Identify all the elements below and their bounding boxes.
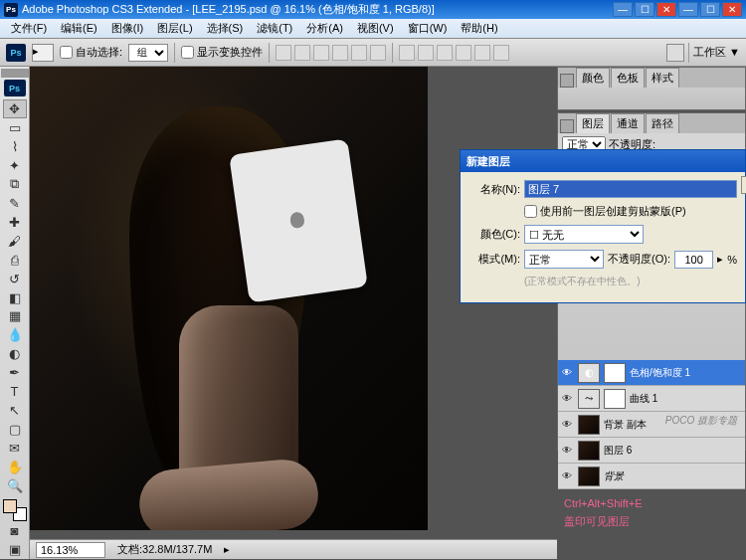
lasso-tool[interactable]: ⌇ — [3, 137, 27, 156]
mask-thumb[interactable] — [604, 363, 626, 383]
screenmode-tool[interactable]: ▣ — [3, 540, 27, 559]
layer-name[interactable]: 色相/饱和度 1 — [630, 366, 743, 380]
stamp-tool[interactable]: ⎙ — [3, 251, 27, 270]
ok-button[interactable] — [741, 176, 746, 194]
zoom-field[interactable]: 16.13% — [36, 542, 105, 558]
tab-channels[interactable]: 通道 — [611, 113, 645, 133]
color-swatches[interactable] — [3, 499, 27, 522]
menu-layer[interactable]: 图层(L) — [150, 19, 199, 38]
menubar: 文件(F) 编辑(E) 图像(I) 图层(L) 选择(S) 滤镜(T) 分析(A… — [0, 19, 746, 39]
align-icon[interactable] — [294, 45, 310, 61]
distribute-icon[interactable] — [474, 45, 490, 61]
mask-thumb[interactable] — [604, 389, 626, 409]
maximize-button[interactable]: ☐ — [635, 2, 654, 17]
menu-image[interactable]: 图像(I) — [104, 19, 150, 38]
clip-checkbox[interactable]: 使用前一图层创建剪贴蒙版(P) — [524, 204, 686, 219]
layer-thumb[interactable] — [578, 415, 600, 435]
minimize-button[interactable]: — — [613, 2, 633, 17]
pct-label: % — [727, 254, 737, 266]
menu-file[interactable]: 文件(F) — [4, 19, 54, 38]
workspace-dropdown[interactable]: 工作区 ▼ — [693, 45, 740, 60]
visibility-icon[interactable]: 👁 — [560, 469, 574, 483]
panel-collapse-icon[interactable] — [560, 74, 574, 88]
align-icon[interactable] — [276, 45, 291, 61]
align-icon[interactable] — [313, 45, 329, 61]
menu-edit[interactable]: 编辑(E) — [54, 19, 104, 38]
menu-view[interactable]: 视图(V) — [350, 19, 401, 38]
healing-tool[interactable]: ✚ — [3, 213, 27, 232]
marquee-tool[interactable]: ▭ — [3, 118, 27, 137]
dialog-title[interactable]: 新建图层 — [461, 150, 745, 172]
bridge-icon[interactable] — [666, 44, 684, 62]
shape-tool[interactable]: ▢ — [3, 420, 27, 439]
opacity-field[interactable] — [674, 251, 713, 269]
name-field[interactable] — [524, 180, 737, 198]
align-icon[interactable] — [351, 45, 367, 61]
layer-thumb[interactable]: ⤳ — [578, 389, 600, 409]
crop-tool[interactable]: ⧉ — [3, 175, 27, 194]
mode-dropdown[interactable]: 正常 — [524, 250, 604, 269]
zoom-tool[interactable]: 🔍 — [3, 476, 27, 495]
layer-name[interactable]: 图层 6 — [604, 444, 743, 458]
brush-tool[interactable]: 🖌 — [3, 232, 27, 251]
align-icon[interactable] — [370, 45, 386, 61]
tool-preview[interactable]: ▸ — [32, 44, 54, 62]
visibility-icon[interactable]: 👁 — [560, 444, 574, 458]
document-canvas[interactable] — [30, 67, 428, 530]
doc-minimize-button[interactable]: — — [678, 2, 698, 17]
menu-select[interactable]: 选择(S) — [200, 19, 251, 38]
tab-styles[interactable]: 样式 — [646, 68, 679, 88]
auto-select-checkbox[interactable]: 自动选择: — [60, 45, 122, 60]
visibility-icon[interactable]: 👁 — [560, 418, 574, 432]
tab-color[interactable]: 颜色 — [576, 68, 610, 88]
foreground-color[interactable] — [3, 499, 17, 513]
type-tool[interactable]: T — [3, 382, 27, 401]
notes-tool[interactable]: ✉ — [3, 439, 27, 458]
auto-select-dropdown[interactable]: 组 — [128, 44, 168, 62]
move-tool[interactable]: ✥ — [3, 99, 27, 118]
dodge-tool[interactable]: ◐ — [3, 344, 27, 363]
menu-filter[interactable]: 滤镜(T) — [250, 19, 299, 38]
panel-collapse-icon[interactable] — [560, 119, 574, 133]
hand-tool[interactable]: ✋ — [3, 458, 27, 476]
doc-maximize-button[interactable]: ☐ — [700, 2, 720, 17]
eraser-tool[interactable]: ◧ — [3, 288, 27, 307]
status-arrow-icon[interactable]: ▸ — [224, 543, 230, 556]
blur-tool[interactable]: 💧 — [3, 325, 27, 344]
show-transform-checkbox[interactable]: 显示变换控件 — [181, 45, 263, 60]
tab-layers[interactable]: 图层 — [576, 113, 610, 133]
visibility-icon[interactable]: 👁 — [560, 392, 574, 406]
color-dropdown[interactable]: ☐ 无无 — [524, 225, 644, 244]
distribute-icon[interactable] — [399, 45, 415, 61]
align-icon[interactable] — [332, 45, 348, 61]
layer-name[interactable]: 背景 — [604, 469, 743, 483]
pen-tool[interactable]: ✒ — [3, 363, 27, 382]
tab-paths[interactable]: 路径 — [646, 113, 679, 133]
eyedropper-tool[interactable]: ✎ — [3, 194, 27, 213]
tab-swatches[interactable]: 色板 — [611, 68, 645, 88]
distribute-icon[interactable] — [456, 45, 471, 61]
layer-thumb[interactable]: ◐ — [578, 363, 600, 383]
layer-row[interactable]: 👁背景 — [558, 464, 745, 489]
quickmask-tool[interactable]: ◙ — [3, 521, 27, 540]
doc-close-button[interactable]: ✕ — [722, 2, 742, 17]
visibility-icon[interactable]: 👁 — [560, 366, 574, 380]
distribute-icon[interactable] — [437, 45, 453, 61]
layer-row[interactable]: 👁⤳曲线 1 — [558, 386, 745, 412]
wand-tool[interactable]: ✦ — [3, 156, 27, 175]
layer-row[interactable]: 👁图层 6 — [558, 438, 745, 464]
menu-help[interactable]: 帮助(H) — [454, 19, 504, 38]
layer-thumb[interactable] — [578, 467, 600, 486]
path-tool[interactable]: ↖ — [3, 401, 27, 420]
layer-thumb[interactable] — [578, 441, 600, 461]
history-brush-tool[interactable]: ↺ — [3, 270, 27, 288]
distribute-icon[interactable] — [418, 45, 434, 61]
layer-name[interactable]: 曲线 1 — [630, 392, 743, 406]
layer-row[interactable]: 👁◐色相/饱和度 1 — [558, 360, 745, 386]
close-button[interactable]: ✕ — [656, 2, 676, 17]
menu-analysis[interactable]: 分析(A) — [299, 19, 350, 38]
gradient-tool[interactable]: ▦ — [3, 306, 27, 325]
toolbox-grip[interactable] — [1, 69, 29, 78]
menu-window[interactable]: 窗口(W) — [401, 19, 455, 38]
distribute-icon[interactable] — [493, 45, 509, 61]
